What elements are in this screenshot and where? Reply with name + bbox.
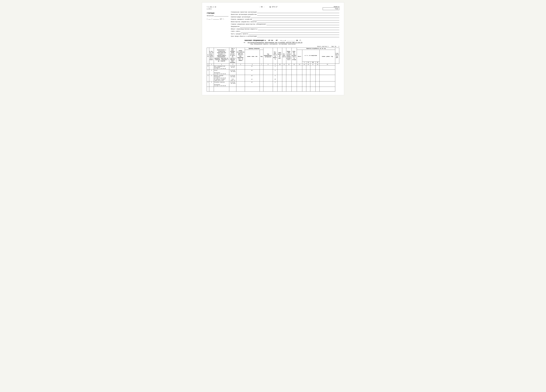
ref-num: оф 374-17 [269, 6, 277, 8]
col-num-1: 1 [207, 64, 209, 65]
th-q1: I [302, 62, 306, 64]
row3-type: 6.03.00-00-03СБГОСТ5915-70 [229, 75, 236, 81]
page-num: - 55 - [259, 6, 265, 8]
field-projorg-value [257, 14, 339, 15]
row2-name: Козух Материалы см.черт.6.02.00.00 [214, 69, 229, 75]
field-glavupr: Главное управление министерства (объедин… [231, 23, 339, 25]
row2-num: 2 [207, 69, 209, 75]
th-unit-group: Единица измерения [245, 48, 263, 50]
row3-need: 648 [273, 75, 277, 81]
fields-block: Генеральная проектная организация Проект… [231, 11, 339, 38]
th-need-proj: Пот- реб- ность по проек- ту [273, 48, 277, 64]
date-year: 197 г. [220, 18, 225, 20]
field-predprij-label: Предприятие [231, 26, 240, 27]
row1-unit-name: шт. [245, 65, 260, 69]
order-spec-num: НГ-С4 [268, 39, 273, 41]
th-need2: Пот- реб- ность [282, 48, 286, 64]
field-srok-value [257, 36, 339, 37]
row1-q4 [315, 65, 319, 69]
row3-q4 [315, 75, 319, 81]
col-num-5: 5 [236, 64, 245, 65]
th-q4: IУ [315, 62, 319, 64]
table-row-empty [207, 87, 339, 91]
row4-unit-name: шт. [245, 81, 260, 87]
th-quarterly-group: в т.ч. по кварталам [302, 50, 319, 61]
row2-price [278, 69, 282, 75]
row2-need2 [282, 69, 286, 75]
row3-num: 3 [207, 75, 209, 81]
row3-q3 [310, 75, 315, 81]
row1-ojid [286, 65, 292, 69]
field-object: Объект (производственная мощность) [231, 28, 339, 30]
field-generalorg-value [257, 11, 339, 13]
row4-pos: 5 [209, 81, 214, 87]
order-year: г. [300, 39, 302, 41]
row2-equip-code [263, 69, 273, 75]
col-num-9: 9 [273, 64, 277, 65]
row3-total [297, 75, 302, 81]
header-row-1: №пп № пос. по тех иолог. схеме, место ус… [207, 48, 339, 50]
order-date-blank: _________ 19 [287, 39, 298, 41]
form-label: Формы № [320, 6, 339, 7]
col-num-11: 11 [282, 64, 286, 65]
row2-q4 [315, 69, 319, 75]
col-num-3: 3 [214, 64, 229, 65]
row2-q1 [302, 69, 306, 75]
field-otrasl-label: Отрасль народного хозяйства [231, 19, 252, 20]
order-object: нестандартизированное оборудование при у… [247, 42, 302, 43]
field-otrasl-value [253, 19, 339, 20]
row2-q2 [306, 69, 310, 75]
field-otrasl: Отрасль народного хозяйства [231, 19, 339, 20]
th-ojid: Ожида- емое начало пуско- пуемых потреб-… [286, 48, 292, 64]
col-num-4: 4 [229, 64, 236, 65]
th-pos: № пос. по тех иолог. схеме, место уста- … [209, 48, 214, 64]
row4-q4 [315, 81, 319, 87]
row1-q1 [302, 65, 306, 69]
field-predprij-value [240, 26, 339, 28]
row2-total [297, 69, 302, 75]
row3-unit-name: шт.шт. [245, 75, 260, 81]
page-number-block: - 55 - оф 374-17 [216, 6, 320, 8]
field-gumts-label: ГУМТС (УМТС) [231, 31, 240, 32]
field-chast-value [249, 33, 339, 35]
row1-type: 5.02.00-00 СБ [229, 65, 236, 69]
form-section: УТВЕРЖДАЮ Начальник « » 197 г. Генеральн… [207, 11, 339, 38]
field-projorg-label: Проектная организация-разработчик [231, 14, 257, 15]
row2-manuf [236, 69, 245, 75]
col-num-6: 6 [245, 64, 260, 65]
field-glavupr-label: Главное управление министерства (объедин… [231, 23, 266, 25]
field-komporg-label: Комплектующая организация [231, 16, 250, 18]
row1-equip-code [263, 65, 273, 69]
row3-zayav [292, 75, 297, 81]
header-nums-row: 1 2 3 4 5 6 7 8 9 10 11 12 13 14 15 16 1… [207, 64, 339, 65]
row3-name: Фланец опорный Материалы см.черт.6.02.00… [214, 75, 229, 81]
th-unit-name: наиме- нова- ние [245, 50, 260, 64]
field-komporg-value [251, 16, 339, 18]
row2-unit-name: шт. [245, 69, 260, 75]
date-prefix: « [207, 18, 208, 20]
row3-price [278, 75, 282, 81]
row1-num: I [207, 65, 209, 69]
nachalnik-label: Начальник [207, 15, 214, 16]
doc-code: Т.п.901-I 30 [207, 6, 216, 8]
nachalnik-underline [214, 15, 228, 16]
row2-type: 6.02.00--00-04СБ [229, 69, 236, 75]
field-object-value [258, 28, 339, 30]
row1-need: 4 [273, 65, 277, 69]
field-generalorg: Генеральная проектная организация [231, 11, 339, 13]
row1-q2 [306, 65, 310, 69]
field-object-label: Объект (производственная мощность) [231, 28, 257, 30]
row2-unit-code [260, 69, 263, 75]
row2-q3 [310, 69, 315, 75]
field-predprij: Предприятие [231, 26, 339, 27]
row3-q1 [302, 75, 306, 81]
th-plan: плани- рован. год [320, 50, 335, 64]
row4-equip-code [263, 81, 273, 87]
document-page: Т.п.901-I 30 А.УП/3 - 55 - оф 374-17 Фор… [202, 2, 344, 95]
row3-cost [320, 75, 335, 81]
field-glavupr-value [266, 23, 339, 25]
field-gumts-value [241, 31, 339, 33]
doc-code-block: Т.п.901-I 30 А.УП/3 [207, 6, 216, 10]
th-equip-code: Код оборудования, материалов [263, 48, 273, 64]
th-name: Наименование и техническая характеристик… [214, 48, 229, 64]
